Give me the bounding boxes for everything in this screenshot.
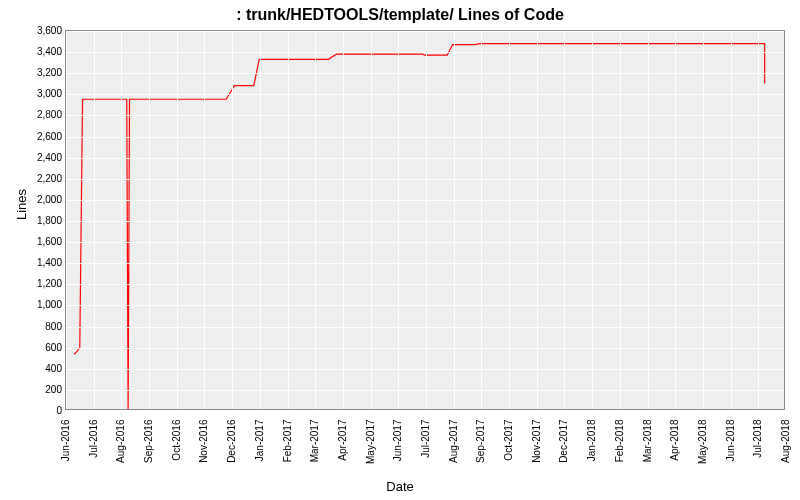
y-tick-label: 600 (20, 341, 62, 352)
grid-vertical (454, 31, 455, 409)
grid-vertical (537, 31, 538, 409)
grid-horizontal (66, 31, 784, 32)
grid-horizontal (66, 52, 784, 53)
x-tick-label: Jan-2017 (253, 420, 264, 480)
grid-vertical (260, 31, 261, 409)
x-tick-label: Jul-2018 (752, 420, 763, 480)
y-tick-label: 2,000 (20, 193, 62, 204)
y-tick-label: 3,600 (20, 25, 62, 36)
grid-horizontal (66, 94, 784, 95)
grid-vertical (343, 31, 344, 409)
grid-vertical (509, 31, 510, 409)
grid-vertical (758, 31, 759, 409)
x-tick-label: Dec-2016 (226, 420, 237, 480)
grid-vertical (232, 31, 233, 409)
y-tick-label: 3,200 (20, 67, 62, 78)
grid-vertical (564, 31, 565, 409)
grid-vertical (398, 31, 399, 409)
grid-vertical (703, 31, 704, 409)
grid-vertical (481, 31, 482, 409)
grid-vertical (592, 31, 593, 409)
y-tick-label: 1,600 (20, 236, 62, 247)
grid-horizontal (66, 263, 784, 264)
x-tick-label: Aug-2016 (115, 420, 126, 480)
grid-horizontal (66, 390, 784, 391)
x-tick-label: Nov-2016 (198, 420, 209, 480)
grid-vertical (786, 31, 787, 409)
grid-horizontal (66, 137, 784, 138)
x-tick-label: Dec-2017 (558, 420, 569, 480)
y-tick-label: 3,000 (20, 88, 62, 99)
x-tick-label: Jul-2017 (420, 420, 431, 480)
grid-vertical (371, 31, 372, 409)
x-tick-label: Mar-2017 (309, 420, 320, 480)
x-tick-label: Aug-2017 (447, 420, 458, 480)
y-tick-label: 3,400 (20, 46, 62, 57)
grid-vertical (731, 31, 732, 409)
x-tick-label: Jan-2018 (586, 420, 597, 480)
grid-horizontal (66, 411, 784, 412)
chart-title: : trunk/HEDTOOLS/template/ Lines of Code (0, 6, 800, 24)
x-tick-label: May-2017 (364, 420, 375, 480)
series-line (66, 31, 784, 409)
x-tick-label: May-2018 (696, 420, 707, 480)
y-tick-label: 1,400 (20, 257, 62, 268)
grid-vertical (675, 31, 676, 409)
y-tick-label: 2,800 (20, 109, 62, 120)
grid-horizontal (66, 221, 784, 222)
x-tick-label: Jul-2016 (87, 420, 98, 480)
grid-vertical (94, 31, 95, 409)
chart-container: : trunk/HEDTOOLS/template/ Lines of Code… (0, 0, 800, 500)
x-tick-label: Oct-2017 (503, 420, 514, 480)
x-tick-label: Jun-2017 (392, 420, 403, 480)
x-tick-label: Apr-2018 (669, 420, 680, 480)
grid-vertical (121, 31, 122, 409)
y-tick-label: 2,600 (20, 130, 62, 141)
x-tick-label: Jun-2018 (724, 420, 735, 480)
x-tick-label: Feb-2017 (281, 420, 292, 480)
x-tick-label: Sep-2016 (143, 420, 154, 480)
grid-vertical (66, 31, 67, 409)
y-tick-label: 2,200 (20, 172, 62, 183)
x-tick-label: Sep-2017 (475, 420, 486, 480)
grid-vertical (426, 31, 427, 409)
grid-horizontal (66, 348, 784, 349)
x-tick-label: Nov-2017 (530, 420, 541, 480)
grid-horizontal (66, 284, 784, 285)
grid-horizontal (66, 327, 784, 328)
grid-horizontal (66, 158, 784, 159)
x-tick-label: Jun-2016 (60, 420, 71, 480)
grid-vertical (315, 31, 316, 409)
x-tick-label: Mar-2018 (641, 420, 652, 480)
grid-horizontal (66, 305, 784, 306)
y-tick-label: 2,400 (20, 151, 62, 162)
grid-horizontal (66, 179, 784, 180)
grid-horizontal (66, 369, 784, 370)
grid-vertical (177, 31, 178, 409)
y-tick-label: 400 (20, 362, 62, 373)
y-tick-label: 1,800 (20, 215, 62, 226)
grid-vertical (288, 31, 289, 409)
grid-vertical (204, 31, 205, 409)
y-tick-label: 800 (20, 320, 62, 331)
y-tick-label: 200 (20, 383, 62, 394)
x-tick-label: Oct-2016 (170, 420, 181, 480)
grid-horizontal (66, 242, 784, 243)
x-tick-label: Feb-2018 (613, 420, 624, 480)
plot-area (65, 30, 785, 410)
y-tick-label: 0 (20, 405, 62, 416)
grid-vertical (149, 31, 150, 409)
grid-horizontal (66, 200, 784, 201)
grid-vertical (620, 31, 621, 409)
grid-horizontal (66, 115, 784, 116)
grid-vertical (648, 31, 649, 409)
y-tick-label: 1,000 (20, 299, 62, 310)
y-tick-label: 1,200 (20, 278, 62, 289)
x-axis-label: Date (0, 479, 800, 494)
x-tick-label: Apr-2017 (336, 420, 347, 480)
grid-horizontal (66, 73, 784, 74)
x-tick-label: Aug-2018 (780, 420, 791, 480)
